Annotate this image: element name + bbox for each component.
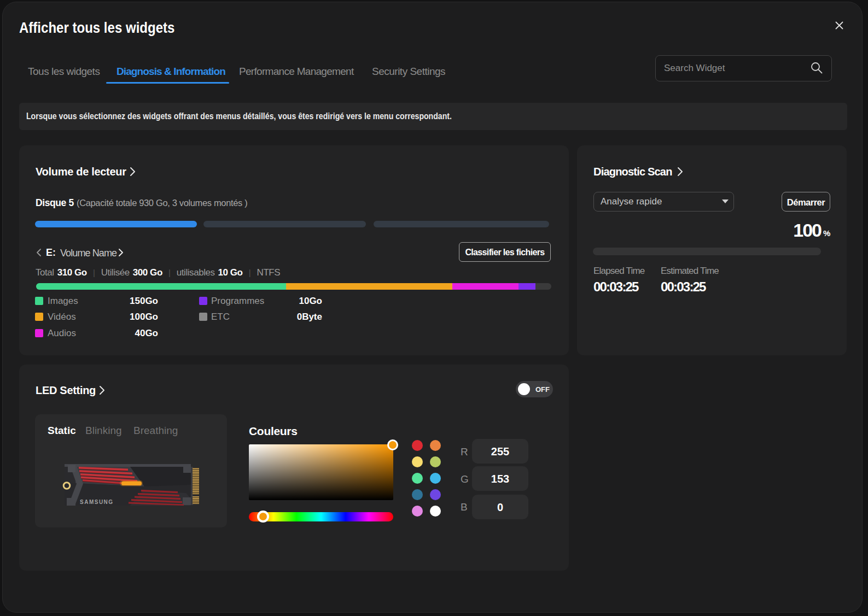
svg-text:SAMSUNG: SAMSUNG [80,499,114,505]
